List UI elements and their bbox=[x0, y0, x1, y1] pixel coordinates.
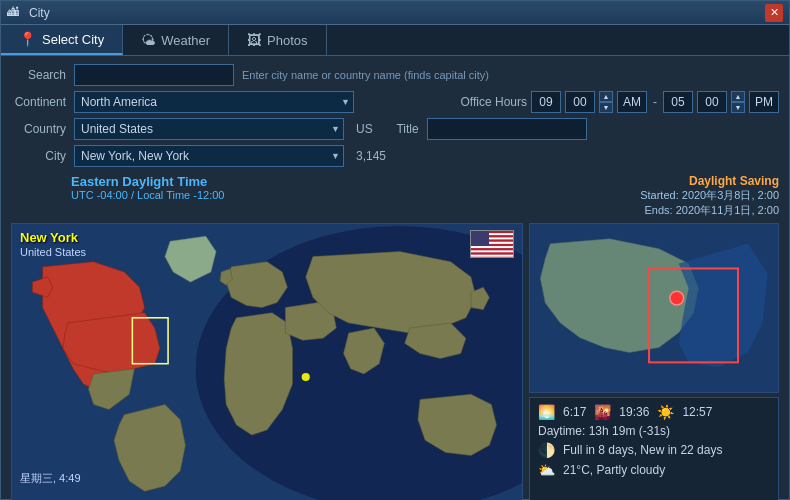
tab-select-city-label: Select City bbox=[42, 32, 104, 47]
tab-bar: 📍 Select City 🌤 Weather 🖼 Photos bbox=[1, 25, 789, 56]
close-button[interactable]: ✕ bbox=[765, 4, 783, 22]
weather-info: 🌅 6:17 🌇 19:36 ☀️ 12:57 Daytime: 13h 19m… bbox=[529, 397, 779, 500]
city-count: 3,145 bbox=[356, 149, 386, 163]
main-window: 🏙 City ✕ 📍 Select City 🌤 Weather 🖼 Photo… bbox=[0, 0, 790, 500]
world-map-svg bbox=[12, 224, 522, 500]
mini-map[interactable] bbox=[529, 223, 779, 393]
office-start-ampm[interactable] bbox=[617, 91, 647, 113]
daylight-started: Started: 2020年3月8日, 2:00 bbox=[640, 188, 779, 203]
daylight-title: Daylight Saving bbox=[640, 174, 779, 188]
sunset-time: 19:36 bbox=[619, 405, 649, 419]
svg-rect-10 bbox=[471, 253, 514, 255]
start-time-down[interactable]: ▼ bbox=[599, 102, 613, 113]
photos-icon: 🖼 bbox=[247, 32, 261, 48]
continent-select[interactable]: North America bbox=[74, 91, 354, 113]
timezone-row: Eastern Daylight Time UTC -04:00 / Local… bbox=[11, 174, 779, 218]
map-local-time: 星期三, 4:49 bbox=[20, 471, 81, 486]
search-hint: Enter city name or country name (finds c… bbox=[242, 69, 489, 81]
sunrise-time: 6:17 bbox=[563, 405, 586, 419]
temp-info: 21°C, Partly cloudy bbox=[563, 463, 665, 477]
maps-section: New York United States bbox=[11, 223, 779, 500]
end-time-up[interactable]: ▲ bbox=[731, 91, 745, 102]
us-flag bbox=[470, 230, 514, 258]
tab-weather[interactable]: 🌤 Weather bbox=[123, 25, 229, 55]
select-city-icon: 📍 bbox=[19, 31, 36, 47]
office-end-hour[interactable] bbox=[663, 91, 693, 113]
solar-noon-icon: ☀️ bbox=[657, 404, 674, 420]
tab-photos-label: Photos bbox=[267, 33, 307, 48]
cloud-icon: ⛅ bbox=[538, 462, 555, 478]
timezone-utc: UTC -04:00 / Local Time -12:00 bbox=[71, 189, 224, 201]
svg-rect-11 bbox=[471, 255, 514, 257]
daylight-section: Daylight Saving Started: 2020年3月8日, 2:00… bbox=[640, 174, 779, 218]
sunrise-icon: 🌅 bbox=[538, 404, 555, 420]
continent-row: Continent North America Office Hours ▲ ▼… bbox=[11, 91, 779, 113]
timezone-name: Eastern Daylight Time bbox=[71, 174, 224, 189]
daylight-ends: Ends: 2020年11月1日, 2:00 bbox=[640, 203, 779, 218]
sunrise-sunset-row: 🌅 6:17 🌇 19:36 ☀️ 12:57 bbox=[538, 404, 770, 420]
office-hours-label: Office Hours bbox=[461, 95, 527, 109]
search-row: Search Enter city name or country name (… bbox=[11, 64, 779, 86]
search-label: Search bbox=[11, 68, 66, 82]
world-map[interactable]: New York United States bbox=[11, 223, 523, 500]
continent-select-wrapper: North America bbox=[74, 91, 354, 113]
svg-rect-12 bbox=[471, 257, 514, 258]
office-start-minute[interactable] bbox=[565, 91, 595, 113]
temp-row: ⛅ 21°C, Partly cloudy bbox=[538, 462, 770, 478]
right-panel: 🌅 6:17 🌇 19:36 ☀️ 12:57 Daytime: 13h 19m… bbox=[529, 223, 779, 500]
svg-rect-9 bbox=[471, 250, 514, 252]
country-select[interactable]: United States bbox=[74, 118, 344, 140]
moon-row: 🌓 Full in 8 days, New in 22 days bbox=[538, 442, 770, 458]
svg-rect-8 bbox=[471, 248, 514, 250]
start-time-spinner[interactable]: ▲ ▼ bbox=[599, 91, 613, 113]
window-icon: 🏙 bbox=[7, 5, 23, 21]
country-select-wrapper: United States bbox=[74, 118, 344, 140]
time-separator: - bbox=[653, 95, 657, 109]
search-input[interactable] bbox=[74, 64, 234, 86]
country-code: US bbox=[356, 122, 373, 136]
country-row: Country United States US Title bbox=[11, 118, 779, 140]
office-hours-section: Office Hours ▲ ▼ - ▲ ▼ bbox=[461, 91, 779, 113]
solar-noon-time: 12:57 bbox=[682, 405, 712, 419]
map-country-label: United States bbox=[20, 246, 86, 258]
main-content: Search Enter city name or country name (… bbox=[1, 56, 789, 500]
end-time-spinner[interactable]: ▲ ▼ bbox=[731, 91, 745, 113]
city-select-wrapper: New York, New York bbox=[74, 145, 344, 167]
city-label: City bbox=[11, 149, 66, 163]
tab-select-city[interactable]: 📍 Select City bbox=[1, 25, 123, 55]
moon-info: Full in 8 days, New in 22 days bbox=[563, 443, 722, 457]
map-city-label: New York bbox=[20, 230, 78, 245]
title-bar: 🏙 City ✕ bbox=[1, 1, 789, 25]
timezone-info: Eastern Daylight Time UTC -04:00 / Local… bbox=[71, 174, 224, 201]
tab-weather-label: Weather bbox=[161, 33, 210, 48]
mini-map-svg bbox=[530, 224, 778, 392]
continent-label: Continent bbox=[11, 95, 66, 109]
title-label: Title bbox=[389, 122, 419, 136]
city-row: City New York, New York 3,145 bbox=[11, 145, 779, 167]
start-time-up[interactable]: ▲ bbox=[599, 91, 613, 102]
end-time-down[interactable]: ▼ bbox=[731, 102, 745, 113]
svg-rect-7 bbox=[471, 246, 514, 248]
city-select[interactable]: New York, New York bbox=[74, 145, 344, 167]
office-start-hour[interactable] bbox=[531, 91, 561, 113]
country-label: Country bbox=[11, 122, 66, 136]
office-end-ampm[interactable] bbox=[749, 91, 779, 113]
daytime-info: Daytime: 13h 19m (-31s) bbox=[538, 424, 670, 438]
window-title: City bbox=[29, 6, 765, 20]
sunset-icon: 🌇 bbox=[594, 404, 611, 420]
svg-rect-13 bbox=[471, 231, 489, 246]
title-input[interactable] bbox=[427, 118, 587, 140]
daytime-row: Daytime: 13h 19m (-31s) bbox=[538, 424, 770, 438]
office-end-minute[interactable] bbox=[697, 91, 727, 113]
svg-point-21 bbox=[670, 291, 684, 305]
weather-icon: 🌤 bbox=[141, 32, 155, 48]
svg-point-18 bbox=[302, 373, 310, 381]
tab-photos[interactable]: 🖼 Photos bbox=[229, 25, 326, 55]
moon-icon: 🌓 bbox=[538, 442, 555, 458]
